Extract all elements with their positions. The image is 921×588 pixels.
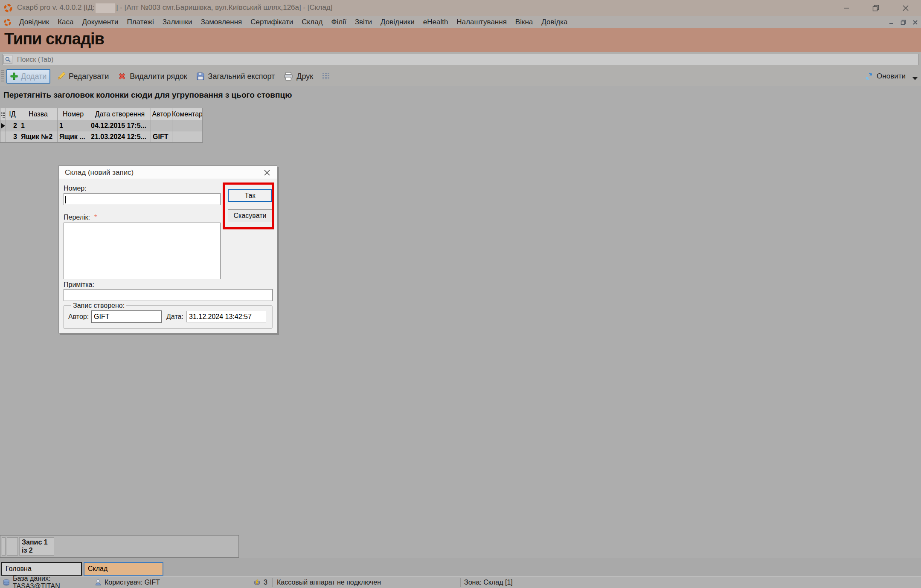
delete-row-button-label: Видалити рядок — [130, 72, 187, 81]
grid-header-row: ІД Назва Номер Дата створення Автор Коме… — [0, 108, 203, 120]
record-navigator: Запис 1 із 2 — [0, 535, 239, 558]
mdi-minimize-button[interactable] — [886, 17, 897, 27]
menu-zvity[interactable]: Звіти — [351, 16, 376, 28]
dialog-titlebar: Склад (новий запис) — [59, 166, 277, 179]
menu-nalashtuvannia[interactable]: Налаштування — [452, 16, 511, 28]
menu-dovidnyky[interactable]: Довідники — [376, 16, 419, 28]
required-asterisk: * — [94, 214, 97, 221]
cell-name: 1 — [19, 120, 58, 131]
record-count-label: Запис 1 із 2 — [19, 537, 54, 556]
refresh-button[interactable]: Оновити — [865, 72, 921, 81]
author-input[interactable] — [91, 310, 162, 323]
cell-comment — [172, 131, 203, 142]
pencil-icon — [56, 72, 66, 81]
export-button[interactable]: Загальний експорт — [192, 69, 279, 84]
page-title-band: Типи складів — [0, 28, 921, 52]
cell-created: 04.12.2015 17:5... — [89, 120, 151, 131]
window-title: Скарб pro v. 4.0.0.2 [ІД:] - [Апт №003 с… — [17, 3, 333, 13]
list-label: Перелік:* — [64, 214, 97, 221]
window-titlebar: Скарб pro v. 4.0.0.2 [ІД:] - [Апт №003 с… — [0, 0, 921, 16]
mdi-close-button[interactable] — [909, 17, 921, 27]
column-header-name[interactable]: Назва — [19, 108, 58, 120]
note-input[interactable] — [64, 289, 273, 301]
plus-icon — [10, 72, 18, 81]
print-button-label: Друк — [296, 72, 313, 81]
add-button-label: Додати — [21, 72, 46, 81]
cell-comment — [172, 120, 203, 131]
column-header-comment[interactable]: Коментар — [172, 108, 203, 120]
note-label: Примітка: — [64, 281, 94, 289]
window-minimize-button[interactable] — [840, 3, 853, 14]
tab-sklad[interactable]: Склад — [84, 562, 163, 576]
add-button[interactable]: Додати — [6, 69, 50, 84]
page-title: Типи складів — [4, 30, 104, 48]
status-user-label: Користувач: GIFT — [105, 579, 160, 586]
new-record-dialog: Склад (новий запис) Номер: Перелік:* При… — [58, 165, 277, 333]
table-row[interactable]: 3 Ящик №2 Ящик ... 21.03.2024 12:5... GI… — [0, 131, 203, 142]
menu-sertyfikaty[interactable]: Сертифікати — [246, 16, 297, 28]
navigator-button[interactable] — [7, 537, 18, 556]
status-database-label: База даних: TASA3@TITAN — [13, 575, 91, 588]
menu-dovidnyk[interactable]: Довідник — [15, 16, 53, 28]
edit-button[interactable]: Редагувати — [52, 69, 113, 84]
app-logo-icon — [3, 3, 13, 13]
column-header-number[interactable]: Номер — [58, 108, 89, 120]
column-header-id[interactable]: ІД — [6, 108, 19, 120]
status-count-label: 3 — [264, 579, 267, 586]
search-input[interactable] — [3, 54, 918, 65]
tab-holovna[interactable]: Головна — [1, 562, 82, 576]
column-header-created[interactable]: Дата створення — [89, 108, 151, 120]
menu-kasa[interactable]: Каса — [53, 16, 78, 28]
cancel-button[interactable]: Скасувати — [228, 209, 272, 222]
window-close-button[interactable] — [899, 3, 912, 14]
toolbar-grip[interactable] — [1, 70, 4, 83]
group-by-hint: Перетягніть заголовок колонки сюди для у… — [3, 90, 292, 100]
database-icon — [3, 579, 10, 586]
status-bar: База даних: TASA3@TITAN Користувач: GIFT… — [0, 576, 921, 588]
menu-bar: Довідник Каса Документи Платежі Залишки … — [0, 16, 921, 28]
menu-platezhi[interactable]: Платежі — [122, 16, 158, 28]
search-row — [0, 52, 921, 67]
row-indicator — [0, 131, 6, 142]
bottom-tab-strip: Головна Склад — [0, 558, 921, 576]
print-button[interactable]: Друк — [279, 69, 317, 84]
menu-sklad[interactable]: Склад — [297, 16, 327, 28]
created-groupbox: Запис створено: Автор: Дата: — [63, 305, 273, 329]
table-row[interactable]: 2 1 1 04.12.2015 17:5... — [0, 120, 203, 131]
mdi-restore-button[interactable] — [898, 17, 909, 27]
date-input[interactable] — [186, 311, 266, 322]
printer-icon — [283, 72, 293, 81]
menu-vikna[interactable]: Вікна — [511, 16, 537, 28]
date-label: Дата: — [166, 313, 183, 321]
search-box — [2, 54, 918, 65]
number-input[interactable] — [64, 193, 221, 205]
menu-filii[interactable]: Філії — [327, 16, 351, 28]
list-textarea[interactable] — [64, 223, 221, 279]
window-restore-button[interactable] — [869, 3, 882, 14]
dialog-title: Склад (новий запис) — [65, 168, 134, 177]
edit-button-label: Редагувати — [69, 72, 109, 81]
menu-dokumenty[interactable]: Документи — [78, 16, 123, 28]
menu-ehealth[interactable]: eHealth — [419, 16, 453, 28]
dialog-close-icon[interactable] — [263, 169, 271, 177]
column-chooser-corner-icon[interactable] — [0, 108, 6, 120]
status-zone: Зона: Склад [1] — [461, 579, 921, 586]
search-icon[interactable] — [3, 55, 12, 64]
red-x-icon — [117, 72, 127, 81]
delete-row-button[interactable]: Видалити рядок — [113, 69, 191, 84]
status-cash-register: Кассовый аппарат не подключен — [273, 579, 460, 586]
status-database: База даних: TASA3@TITAN — [0, 575, 91, 588]
menu-app-logo-icon — [3, 18, 12, 26]
menu-zamovlennia[interactable]: Замовлення — [196, 16, 246, 28]
menu-zalyshky[interactable]: Залишки — [158, 16, 197, 28]
number-label: Номер: — [64, 185, 87, 192]
toolbar: Додати Редагувати Видалити рядок Загальн… — [0, 67, 921, 86]
status-zone-label: Зона: Склад [1] — [464, 579, 513, 586]
refresh-dropdown-arrow-icon[interactable] — [912, 77, 918, 80]
column-chooser-button[interactable] — [317, 69, 334, 84]
refresh-icon — [865, 72, 873, 81]
text-caret — [65, 196, 66, 203]
ok-button[interactable]: Так — [228, 189, 272, 202]
menu-dovidka[interactable]: Довідка — [537, 16, 572, 28]
column-header-author[interactable]: Автор — [151, 108, 172, 120]
